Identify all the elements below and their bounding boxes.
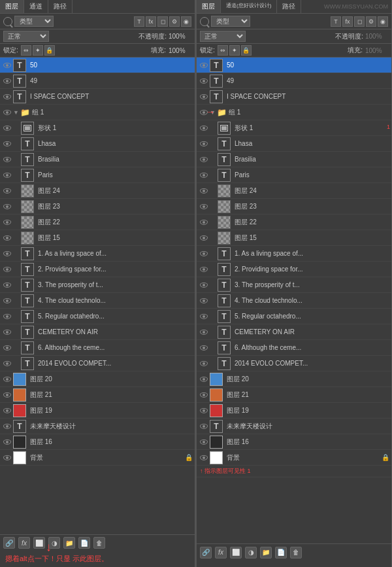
footer-group-btn[interactable]: 📁 [63,537,75,549]
footer-mask-btn[interactable]: ⬜ [33,537,45,549]
r-footer-new-layer-btn[interactable]: 📄 [275,547,287,558]
layer-row[interactable]: TI SPACE CONCEPT [197,89,391,105]
layer-row[interactable]: TLhasa [197,136,391,152]
eye-btn[interactable] [199,76,209,86]
eye-btn[interactable] [199,60,209,71]
layer-row[interactable]: T50 [0,58,195,73]
layer-row[interactable]: T1. As a living space of... [197,246,391,262]
eye-btn[interactable] [2,107,12,118]
eye-btn[interactable] [199,217,209,228]
lock-pos-icon[interactable]: ⇔ [21,45,31,56]
eye-btn[interactable] [199,296,209,306]
filter-smart-icon[interactable]: ⚙ [169,16,180,27]
layer-row[interactable]: T5. Regular octahedro... [0,309,195,324]
layer-row[interactable]: 图层 23 [0,199,195,215]
eye-btn[interactable] [199,186,209,196]
r-footer-delete-btn[interactable]: 🗑 [290,547,302,558]
layer-row[interactable]: T6. Although the ceme... [0,340,195,356]
tab-layers-left[interactable]: 图层 [0,0,24,13]
eye-btn[interactable] [199,405,209,416]
eye-btn[interactable] [199,327,209,337]
r-filter-smart-icon[interactable]: ⚙ [366,16,376,27]
eye-btn[interactable] [2,76,12,86]
eye-btn[interactable] [2,264,12,275]
eye-btn[interactable] [199,139,209,149]
filter-color-icon[interactable]: ◉ [181,16,191,27]
filter-fx-icon[interactable]: fx [146,16,156,27]
footer-delete-btn[interactable]: 🗑 [93,537,105,549]
layer-row[interactable]: 图层 21 [0,387,195,403]
layer-row[interactable]: TBrasilia [197,152,391,167]
lock-px-icon[interactable]: ✦ [33,45,43,56]
r-filter-fx-icon[interactable]: fx [342,16,353,27]
layer-row[interactable]: T未来摩天楼设计 [197,419,391,434]
blend-mode-right[interactable]: 正常 [200,31,246,42]
layer-row[interactable]: T1. As a living space of... [0,246,195,262]
layer-row[interactable]: 图层 22 [0,215,195,230]
eye-btn[interactable] [2,421,12,432]
layer-row[interactable]: 形状 11 [197,120,391,136]
group-expand-arrow[interactable]: ▼ [210,109,216,116]
layer-row[interactable]: 图层 20 [0,371,195,387]
eye-btn[interactable] [2,139,12,149]
layer-row[interactable]: T3. The prosperity of t... [0,277,195,293]
eye-btn[interactable] [2,280,12,290]
eye-btn[interactable] [199,437,209,447]
layer-row[interactable]: 图层 21 [197,387,391,403]
layer-row[interactable]: 图层 19 [197,403,391,419]
eye-btn[interactable] [199,390,209,400]
eye-btn[interactable] [2,374,12,385]
eye-btn[interactable] [199,280,209,290]
footer-fx-btn[interactable]: fx [18,537,30,549]
eye-btn[interactable] [199,264,209,275]
r-footer-adjustment-btn[interactable]: ◑ [245,547,257,558]
eye-btn[interactable] [2,201,12,212]
eye-btn[interactable] [2,186,12,196]
layer-row[interactable]: T5. Regular octahedro... [197,309,391,324]
eye-btn[interactable] [2,296,12,306]
eye-btn[interactable] [2,233,12,243]
tab-channels-left[interactable]: 通道 [24,0,48,13]
layer-row[interactable]: T49 [0,73,195,89]
r-lock-pos-icon[interactable]: ⇔ [218,45,228,56]
eye-btn[interactable] [2,390,12,400]
eye-btn[interactable] [199,374,209,385]
layer-row[interactable]: T6. Although the ceme... [197,340,391,356]
layer-row[interactable]: TBrasilia [0,152,195,167]
tab-layers-right[interactable]: 图层 [197,0,221,13]
layer-row[interactable]: 图层 16 [197,434,391,450]
layer-row[interactable]: T4. The cloud technolo... [0,293,195,309]
r-footer-link-icon[interactable]: 🔗 [200,547,212,558]
eye-btn[interactable] [2,60,12,71]
tab-channels-right[interactable]: 通道(您好设计设计) [221,0,277,13]
eye-btn[interactable] [2,358,12,369]
layer-row[interactable]: T50 [197,58,391,73]
eye-btn[interactable] [199,343,209,353]
tab-paths-right[interactable]: 路径 [277,0,301,13]
eye-btn[interactable] [199,123,209,133]
layer-row[interactable]: ▼📁组 1→群组同样 适用 [197,105,391,120]
eye-btn[interactable] [2,92,12,102]
footer-new-layer-btn[interactable]: 📄 [78,537,90,549]
layer-row[interactable]: 图层 22 [197,215,391,230]
layer-row[interactable]: T4. The cloud technolo... [197,293,391,309]
layer-row[interactable]: 背景🔒 [197,450,391,466]
layer-row[interactable]: 形状 1 [0,120,195,136]
eye-btn[interactable] [2,154,12,165]
layer-row[interactable]: 图层 24 [197,183,391,199]
filter-text-icon[interactable]: T [134,16,144,27]
eye-btn[interactable] [2,343,12,353]
layer-row[interactable]: T2014 EVOLO COMPET... [0,356,195,371]
layer-row[interactable]: T2014 EVOLO COMPET... [197,356,391,371]
layer-row[interactable]: TParis [197,167,391,183]
r-footer-mask-btn[interactable]: ⬜ [230,547,242,558]
layer-row[interactable]: 图层 19 [0,403,195,419]
eye-btn[interactable] [2,249,12,259]
eye-btn[interactable] [199,107,209,118]
r-filter-text-icon[interactable]: T [331,16,341,27]
layer-row[interactable]: ▼📁组 1 [0,105,195,120]
layer-row[interactable]: 图层 15 [0,230,195,246]
search-type-right[interactable]: 类型 [211,16,250,27]
layer-row[interactable]: TCEMETERY ON AIR [197,324,391,340]
r-lock-px-icon[interactable]: ✦ [229,45,240,56]
